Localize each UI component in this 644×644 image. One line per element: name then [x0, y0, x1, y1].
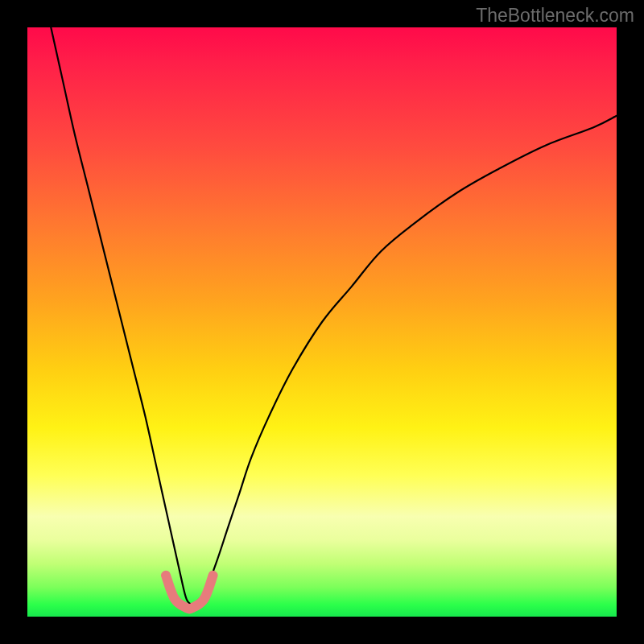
right-branch-curve	[192, 116, 617, 605]
watermark-text: TheBottleneck.com	[476, 5, 634, 27]
left-branch-curve	[51, 27, 192, 605]
curve-overlay	[27, 27, 617, 617]
chart-frame: TheBottleneck.com	[0, 0, 644, 644]
plot-area	[27, 27, 617, 617]
optimal-marker	[166, 576, 213, 609]
